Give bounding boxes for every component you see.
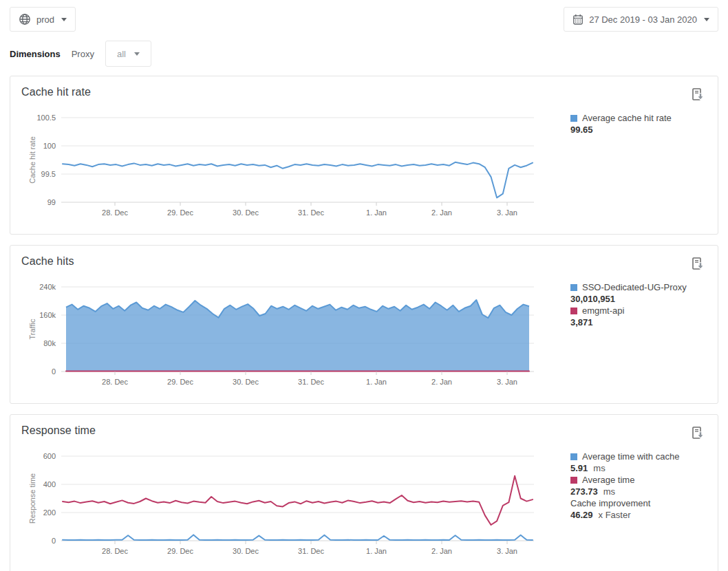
legend-item: Average cache hit rate 99.65: [570, 112, 672, 136]
chart-card-response-time: Response time 0200400600Response time28.…: [10, 414, 718, 571]
svg-text:600: 600: [43, 452, 56, 460]
svg-text:99: 99: [47, 198, 56, 206]
export-report-button[interactable]: [691, 257, 705, 272]
svg-text:31. Dec: 31. Dec: [298, 378, 324, 386]
chart-response-time: 0200400600Response time28. Dec29. Dec30.…: [21, 448, 544, 564]
chevron-down-icon: [704, 18, 709, 21]
date-range-label: 27 Dec 2019 - 03 Jan 2020: [589, 14, 697, 25]
svg-text:28. Dec: 28. Dec: [102, 378, 128, 386]
svg-text:30. Dec: 30. Dec: [233, 208, 259, 217]
legend-swatch: [570, 308, 577, 314]
svg-text:31. Dec: 31. Dec: [298, 208, 324, 217]
top-toolbar: prod 27 Dec 2019 - 03 Jan 2020: [0, 0, 728, 32]
chevron-down-icon: [61, 18, 67, 21]
chart-card-cache-hit-rate: Cache hit rate 9999.5100100.5Cache hit r…: [10, 76, 718, 235]
chart-card-cache-hits: Cache hits 080k160k240kTraffic28. Dec29.…: [10, 245, 718, 404]
legend-response-time: Average time with cache 5.91ms Average t…: [570, 448, 679, 521]
svg-text:29. Dec: 29. Dec: [167, 378, 193, 386]
legend-item: SSO-Dedicated-UG-Proxy 30,010,951: [570, 281, 687, 305]
export-report-button[interactable]: [691, 426, 705, 441]
environment-selector[interactable]: prod: [10, 7, 76, 32]
legend-item: emgmt-api 3,871: [570, 305, 687, 328]
export-report-icon: [691, 94, 705, 105]
svg-text:0: 0: [52, 367, 56, 376]
svg-text:2. Jan: 2. Jan: [431, 208, 452, 217]
svg-text:29. Dec: 29. Dec: [167, 547, 193, 555]
legend-cache-hit-rate: Average cache hit rate 99.65: [570, 109, 672, 136]
svg-text:100.5: 100.5: [36, 114, 56, 122]
svg-text:30. Dec: 30. Dec: [233, 378, 259, 386]
legend-label: Average cache hit rate: [570, 112, 672, 124]
card-title: Response time: [21, 424, 96, 437]
legend-label: Average time: [570, 474, 679, 486]
charts-container: Cache hit rate 9999.5100100.5Cache hit r…: [10, 76, 718, 571]
svg-text:3. Jan: 3. Jan: [497, 378, 517, 386]
legend-value: 99.65: [570, 124, 672, 136]
legend-label: SSO-Dedicated-UG-Proxy: [570, 281, 687, 293]
svg-text:1. Jan: 1. Jan: [366, 378, 387, 386]
svg-text:100: 100: [43, 142, 56, 150]
legend-value: 3,871: [570, 316, 687, 328]
svg-text:28. Dec: 28. Dec: [102, 208, 128, 217]
svg-text:99.5: 99.5: [41, 170, 56, 178]
export-report-icon: [691, 263, 705, 274]
svg-text:160k: 160k: [39, 311, 56, 319]
legend-cache-hits: SSO-Dedicated-UG-Proxy 30,010,951 emgmt-…: [570, 279, 687, 328]
export-report-icon: [691, 433, 705, 443]
environment-label: prod: [36, 14, 54, 25]
calendar-icon: [572, 14, 584, 25]
legend-item: Cache improvement 46.29x Faster: [570, 497, 679, 521]
svg-text:3. Jan: 3. Jan: [497, 547, 517, 555]
svg-text:30. Dec: 30. Dec: [233, 547, 259, 555]
svg-text:Response time: Response time: [28, 473, 36, 524]
proxy-filter-dropdown[interactable]: all: [105, 41, 151, 67]
dimensions-bar: Dimensions Proxy all: [10, 41, 718, 67]
svg-text:29. Dec: 29. Dec: [167, 208, 193, 217]
legend-value: 46.29x Faster: [570, 509, 679, 521]
date-range-selector[interactable]: 27 Dec 2019 - 03 Jan 2020: [564, 7, 718, 32]
legend-value: 30,010,951: [570, 293, 687, 305]
legend-swatch: [570, 284, 577, 291]
export-report-button[interactable]: [691, 87, 705, 103]
legend-label: emgmt-api: [570, 305, 687, 316]
legend-item: Average time with cache 5.91ms: [570, 451, 679, 474]
svg-text:80k: 80k: [43, 339, 56, 347]
legend-swatch: [570, 453, 577, 460]
globe-icon: [19, 13, 31, 25]
legend-label: Average time with cache: [570, 451, 679, 462]
card-title: Cache hit rate: [21, 86, 91, 98]
chart-cache-hit-rate: 9999.5100100.5Cache hit rate28. Dec29. D…: [21, 109, 544, 226]
svg-text:400: 400: [43, 480, 56, 488]
svg-text:240k: 240k: [39, 283, 56, 291]
svg-text:Cache hit rate: Cache hit rate: [28, 136, 36, 183]
dimension-proxy-label: Proxy: [72, 49, 94, 59]
chevron-down-icon: [134, 52, 140, 56]
legend-item: Average time 273.73ms: [570, 474, 679, 497]
svg-text:3. Jan: 3. Jan: [497, 208, 517, 217]
svg-text:0: 0: [52, 537, 56, 545]
svg-text:Traffic: Traffic: [28, 319, 36, 339]
svg-text:2. Jan: 2. Jan: [431, 378, 452, 386]
card-title: Cache hits: [21, 255, 74, 268]
svg-text:2. Jan: 2. Jan: [431, 547, 452, 555]
svg-text:31. Dec: 31. Dec: [298, 547, 324, 555]
svg-text:200: 200: [43, 508, 56, 517]
dimensions-label: Dimensions: [10, 49, 61, 59]
svg-text:28. Dec: 28. Dec: [102, 547, 128, 555]
svg-text:1. Jan: 1. Jan: [366, 547, 387, 555]
chart-cache-hits: 080k160k240kTraffic28. Dec29. Dec30. Dec…: [21, 279, 544, 395]
legend-swatch: [570, 477, 577, 484]
svg-text:1. Jan: 1. Jan: [366, 208, 387, 217]
legend-swatch: [570, 115, 577, 122]
proxy-filter-value: all: [117, 49, 126, 59]
legend-value: 5.91ms: [570, 462, 679, 474]
legend-value: 273.73ms: [570, 486, 679, 497]
legend-label: Cache improvement: [570, 497, 679, 509]
